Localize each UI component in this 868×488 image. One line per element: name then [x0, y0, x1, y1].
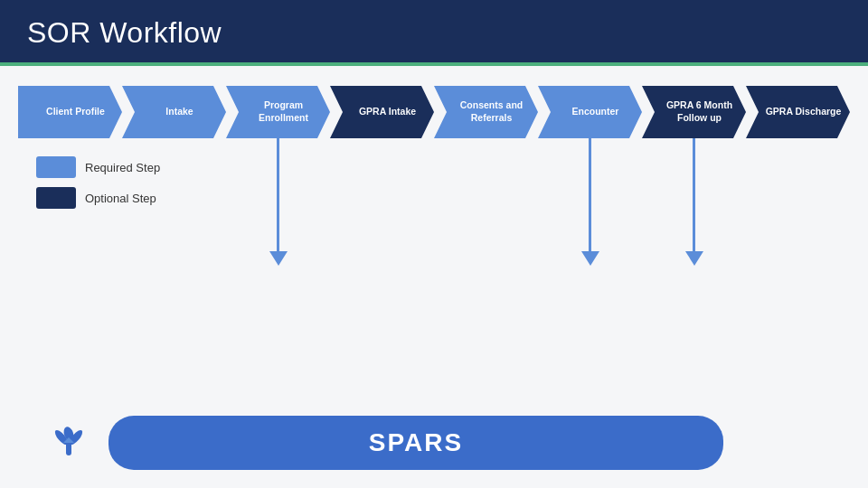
- logo-area: [36, 412, 101, 470]
- step-program-enrollment: Program Enrollment: [226, 86, 330, 138]
- legend: Required Step Optional Step: [36, 156, 160, 209]
- step-label-consents-referrals: Consents and Referrals: [447, 99, 531, 124]
- step-gpra-intake: GPRA Intake: [330, 86, 434, 138]
- step-label-intake: Intake: [160, 106, 193, 118]
- page: SOR Workflow Client ProfileIntakeProgram…: [0, 0, 868, 488]
- arrow-col-2: [226, 138, 330, 283]
- main-content: Client ProfileIntakeProgram EnrollmentGP…: [0, 66, 868, 488]
- arrow-col-6: [642, 138, 746, 283]
- legend-optional: Optional Step: [36, 187, 160, 209]
- step-label-client-profile: Client Profile: [41, 106, 105, 118]
- logo-icon: [43, 416, 94, 466]
- step-encounter: Encounter: [538, 86, 642, 138]
- arrow-col-5: [538, 138, 642, 283]
- arrow-col-4: [434, 138, 538, 283]
- step-label-gpra-intake: GPRA Intake: [354, 106, 416, 118]
- arrow-line-5: [589, 138, 591, 251]
- arrow-col-3: [330, 138, 434, 283]
- legend-required: Required Step: [36, 156, 160, 178]
- arrow-head-6: [685, 251, 703, 266]
- step-label-gpra-discharge: GPRA Discharge: [760, 106, 842, 118]
- step-label-encounter: Encounter: [567, 106, 619, 118]
- step-client-profile: Client Profile: [18, 86, 122, 138]
- step-intake: Intake: [122, 86, 226, 138]
- step-consents-referrals: Consents and Referrals: [434, 86, 538, 138]
- workflow-steps: Client ProfileIntakeProgram EnrollmentGP…: [18, 86, 850, 138]
- arrow-col-7: [746, 138, 850, 283]
- legend-optional-label: Optional Step: [85, 192, 156, 205]
- arrow-line-6: [693, 138, 695, 251]
- arrow-head-2: [269, 251, 288, 266]
- legend-required-box: [36, 156, 76, 178]
- arrow-head-5: [581, 251, 599, 266]
- header: SOR Workflow: [0, 0, 868, 66]
- legend-required-label: Required Step: [85, 161, 160, 174]
- arrow-down-2: [269, 138, 288, 266]
- step-gpra-discharge: GPRA Discharge: [746, 86, 850, 138]
- spars-label: SPARS: [369, 428, 463, 456]
- page-title: SOR Workflow: [27, 16, 841, 50]
- step-label-gpra-6month: GPRA 6 Month Follow up: [655, 99, 739, 124]
- content-area: Client ProfileIntakeProgram EnrollmentGP…: [18, 86, 850, 470]
- bottom-section: SPARS: [18, 416, 850, 470]
- arrow-line-2: [277, 138, 279, 251]
- step-label-program-enrollment: Program Enrollment: [239, 99, 323, 124]
- step-gpra-6month: GPRA 6 Month Follow up: [642, 86, 746, 138]
- legend-optional-box: [36, 187, 76, 209]
- spars-bar: SPARS: [108, 416, 723, 470]
- arrow-down-5: [581, 138, 599, 266]
- arrow-down-6: [685, 138, 703, 266]
